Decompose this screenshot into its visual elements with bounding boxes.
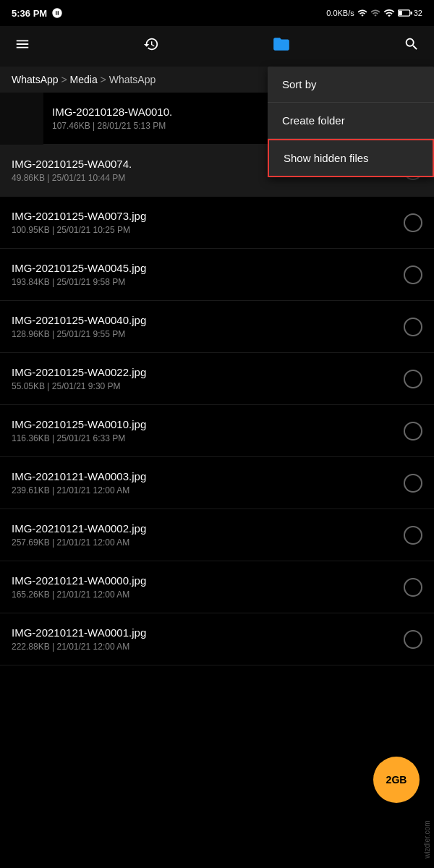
file-info: IMG-20210125-WA0073.jpg 100.95KB | 25/01…	[12, 210, 398, 235]
file-name: IMG-20210121-WA0002.jpg	[12, 522, 398, 535]
file-info: IMG-20210121-WA0000.jpg 165.26KB | 21/01…	[12, 574, 398, 600]
breadcrumb-media[interactable]: Media	[70, 74, 98, 85]
file-name: IMG-20210125-WA0073.jpg	[12, 210, 398, 222]
battery-icon	[398, 9, 412, 17]
file-info: IMG-20210125-WA0045.jpg 193.84KB | 25/01…	[12, 262, 398, 287]
signal2-icon	[370, 8, 380, 18]
create-folder-menu-item[interactable]: Create folder	[268, 103, 434, 139]
file-info: IMG-20210121-WA0003.jpg 239.61KB | 21/01…	[12, 470, 398, 495]
file-select-checkbox[interactable]	[404, 578, 422, 597]
file-select-checkbox[interactable]	[404, 422, 422, 441]
file-name: IMG-20210125-WA0022.jpg	[12, 366, 398, 378]
show-hidden-files-menu-item[interactable]: Show hidden files	[268, 139, 434, 177]
file-select-checkbox[interactable]	[404, 474, 422, 493]
menu-button[interactable]	[14, 36, 30, 56]
history-button[interactable]	[143, 36, 159, 56]
file-list: IMG-20210128-WA0010. 107.46KB | 28/01/21…	[0, 93, 434, 665]
folder-button[interactable]	[272, 35, 291, 58]
list-item[interactable]: IMG-20210125-WA0022.jpg 55.05KB | 25/01/…	[0, 353, 434, 405]
file-name: IMG-20210125-WA0010.jpg	[12, 418, 398, 430]
file-meta: 193.84KB | 25/01/21 9:58 PM	[12, 277, 398, 287]
file-select-checkbox[interactable]	[404, 265, 422, 284]
watermark: wizdler.com	[423, 821, 431, 859]
file-info: IMG-20210125-WA0010.jpg 116.36KB | 25/01…	[12, 418, 398, 443]
search-button[interactable]	[404, 36, 420, 56]
file-meta: 128.96KB | 25/01/21 9:55 PM	[12, 329, 398, 339]
breadcrumb-text: WhatsApp > Media > WhatsApp	[12, 74, 156, 85]
status-bar: 5:36 PM 0.0KB/s 32	[0, 0, 434, 26]
status-right-area: 0.0KB/s 32	[326, 7, 422, 19]
list-item[interactable]: IMG-20210121-WA0001.jpg 222.88KB | 21/01…	[0, 613, 434, 665]
file-meta: 165.26KB | 21/01/21 12:00 AM	[12, 590, 398, 600]
file-name: IMG-20210121-WA0003.jpg	[12, 470, 398, 482]
file-meta: 55.05KB | 25/01/21 9:30 PM	[12, 381, 398, 391]
list-item[interactable]: IMG-20210125-WA0045.jpg 193.84KB | 25/01…	[0, 249, 434, 301]
toolbar	[0, 26, 434, 67]
list-item[interactable]: IMG-20210121-WA0002.jpg 257.69KB | 21/01…	[0, 509, 434, 561]
file-name: IMG-20210121-WA0001.jpg	[12, 626, 398, 639]
status-time-area: 5:36 PM	[12, 7, 63, 19]
file-meta: 100.95KB | 25/01/21 10:25 PM	[12, 225, 398, 235]
battery-level: 32	[398, 9, 422, 17]
file-info: IMG-20210121-WA0001.jpg 222.88KB | 21/01…	[12, 626, 398, 652]
breadcrumb-sep1: >	[61, 74, 69, 85]
file-select-checkbox[interactable]	[404, 526, 422, 545]
breadcrumb-sep2: >	[101, 74, 109, 85]
list-item[interactable]: IMG-20210125-WA0040.jpg 128.96KB | 25/01…	[0, 301, 434, 353]
list-item[interactable]: IMG-20210121-WA0000.jpg 165.26KB | 21/01…	[0, 561, 434, 613]
file-thumbnail	[0, 93, 43, 145]
breadcrumb-current: WhatsApp	[109, 74, 156, 85]
file-info: IMG-20210125-WA0040.jpg 128.96KB | 25/01…	[12, 314, 398, 339]
file-meta: 116.36KB | 25/01/21 6:33 PM	[12, 433, 398, 443]
file-select-checkbox[interactable]	[404, 370, 422, 388]
file-info: IMG-20210125-WA0022.jpg 55.05KB | 25/01/…	[12, 366, 398, 391]
list-item[interactable]: IMG-20210121-WA0003.jpg 239.61KB | 21/01…	[0, 457, 434, 509]
file-info: IMG-20210121-WA0002.jpg 257.69KB | 21/01…	[12, 522, 398, 548]
file-name: IMG-20210121-WA0000.jpg	[12, 574, 398, 587]
file-select-checkbox[interactable]	[404, 630, 422, 649]
svg-rect-1	[410, 12, 412, 14]
status-time: 5:36 PM	[12, 8, 47, 19]
fab-label: 2GB	[386, 774, 407, 786]
file-meta: 239.61KB | 21/01/21 12:00 AM	[12, 485, 398, 495]
breadcrumb-whatsapp[interactable]: WhatsApp	[12, 74, 59, 85]
list-item[interactable]: IMG-20210125-WA0010.jpg 116.36KB | 25/01…	[0, 405, 434, 457]
storage-fab[interactable]: 2GB	[373, 757, 420, 803]
sort-by-menu-item[interactable]: Sort by	[268, 67, 434, 103]
file-select-checkbox[interactable]	[404, 213, 422, 232]
file-select-checkbox[interactable]	[404, 318, 422, 336]
signal-icon	[357, 8, 367, 18]
context-menu: Sort by Create folder Show hidden files	[268, 67, 434, 177]
list-item[interactable]: IMG-20210125-WA0073.jpg 100.95KB | 25/01…	[0, 197, 434, 249]
file-name: IMG-20210125-WA0040.jpg	[12, 314, 398, 326]
svg-rect-2	[399, 11, 402, 16]
file-meta: 222.88KB | 21/01/21 12:00 AM	[12, 642, 398, 652]
network-speed: 0.0KB/s	[326, 9, 354, 17]
file-name: IMG-20210125-WA0045.jpg	[12, 262, 398, 274]
wifi-icon	[383, 7, 395, 19]
drive-icon	[51, 7, 63, 19]
file-meta: 257.69KB | 21/01/21 12:00 AM	[12, 537, 398, 548]
